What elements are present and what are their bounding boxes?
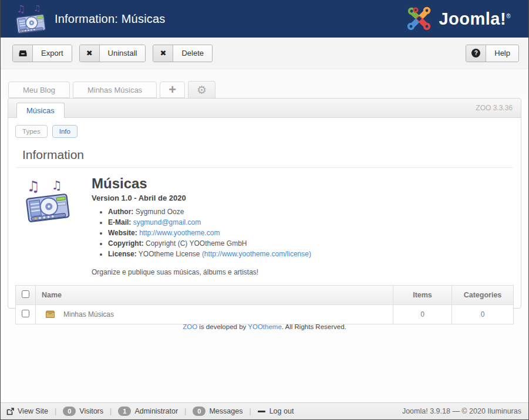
tab-manager[interactable]: ⚙ [188, 81, 215, 98]
meta-copyright: Copyright: Copyright (C) YOOtheme GmbH [108, 239, 311, 249]
types-table: Name Items Categories [15, 285, 514, 324]
types-button[interactable]: Types [15, 125, 48, 138]
tab-meu-blog[interactable]: Meu Blog [8, 82, 70, 98]
filter-buttons: Types Info [15, 125, 514, 138]
extension-icon-wrap [25, 176, 74, 276]
subtab-label: Músicas [26, 106, 55, 115]
visitors-count-badge: 0 [63, 407, 76, 416]
meta-label: Author: [108, 208, 133, 216]
extension-title: Músicas [92, 176, 311, 191]
toolbar: Export ✖ Uninstall ✖ Delete ? Help [1, 38, 528, 69]
visitors-status[interactable]: 0 Visitors [63, 407, 103, 416]
page-header: Information: Músicas Joomla!® [1, 0, 528, 38]
export-button[interactable]: Export [12, 45, 72, 62]
table-header-row: Name Items Categories [16, 285, 514, 304]
visitors-label: Visitors [79, 407, 103, 415]
uninstall-button-label: Uninstall [100, 45, 146, 62]
meta-link[interactable]: http://www.yootheme.com [139, 229, 220, 237]
administrator-label: Administrator [134, 407, 178, 415]
messages-label: Messages [209, 407, 242, 415]
row-name-cell: Minhas Músicas [36, 304, 393, 324]
help-button[interactable]: ? Help [466, 45, 519, 62]
messages-status[interactable]: 0 Messages [193, 407, 242, 416]
folder-icon [45, 310, 55, 319]
section-heading: Information [22, 148, 514, 162]
registered-mark: ® [506, 13, 511, 19]
panel-content: Types Info Information Músicas Version 1… [8, 118, 521, 324]
view-site-link[interactable]: View Site [6, 407, 48, 415]
separator: | [184, 407, 186, 415]
heading-divider [16, 167, 513, 168]
column-categories[interactable]: Categories [452, 285, 514, 304]
select-all-checkbox[interactable] [22, 290, 29, 298]
media-player-icon [25, 178, 72, 223]
meta-value: Sygmund Ooze [136, 208, 184, 216]
separator: | [249, 407, 251, 415]
gear-icon: ⚙ [197, 84, 207, 96]
separator: | [110, 407, 112, 415]
logout-icon [258, 411, 265, 412]
help-icon: ? [466, 45, 486, 62]
administrator-status[interactable]: 1 Administrator [118, 407, 178, 416]
cross-icon: ✖ [80, 45, 100, 62]
meta-link[interactable]: (http://www.yootheme.com/license) [202, 250, 311, 258]
meta-email: E-Mail: sygmund@gmail.com [108, 218, 311, 228]
external-link-icon [6, 408, 14, 415]
zoo-version-label: ZOO 3.3.36 [476, 104, 513, 112]
media-player-icon [16, 3, 46, 35]
uninstall-button[interactable]: ✖ Uninstall [79, 45, 146, 62]
meta-author: Author: Sygmund Ooze [108, 207, 311, 217]
administrator-count-badge: 1 [118, 407, 131, 416]
table-row: Minhas Músicas 0 0 [16, 304, 514, 324]
joomla-logo: Joomla!® [406, 5, 511, 32]
help-button-label: Help [486, 45, 518, 62]
subtab-musicas[interactable]: Músicas [16, 103, 65, 118]
type-name-link[interactable]: Minhas Músicas [63, 310, 114, 319]
joomla-wordmark: Joomla!® [439, 9, 511, 29]
admin-page: Information: Músicas Joomla!® Export [0, 0, 529, 420]
row-categories-cell: 0 [452, 304, 514, 324]
tab-label: Minhas Músicas [87, 86, 142, 94]
joomla-logo-icon [406, 5, 433, 32]
extension-version: Version 1.0 - Abril de 2020 [92, 194, 311, 202]
status-bar: View Site | 0 Visitors | 1 Administrator… [1, 402, 528, 419]
tab-minhas-musicas[interactable]: Minhas Músicas [73, 82, 157, 98]
row-select-cell [16, 304, 36, 324]
meta-label: E-Mail: [108, 218, 131, 226]
tab-add-app[interactable]: + [160, 82, 185, 98]
meta-value: Copyright (C) YOOtheme GmbH [146, 239, 247, 248]
meta-link[interactable]: sygmund@gmail.com [133, 218, 201, 226]
select-all-cell [16, 285, 36, 304]
main-panel: Músicas ZOO 3.3.36 Types Info Informatio… [8, 98, 521, 309]
logout-link[interactable]: Log out [258, 407, 294, 415]
delete-button-label: Delete [173, 45, 212, 62]
column-name[interactable]: Name [36, 285, 393, 304]
page-title: Information: Músicas [55, 12, 166, 26]
extension-description: Organize e publique suas músicas, álbums… [92, 268, 311, 276]
cross-icon: ✖ [153, 45, 173, 62]
extension-details: Músicas Version 1.0 - Abril de 2020 Auth… [92, 176, 311, 276]
meta-label: License: [108, 250, 137, 258]
meta-label: Copyright: [108, 239, 144, 248]
application-tabs: Meu Blog Minhas Músicas + ⚙ [1, 69, 528, 98]
joomla-version-label: Joomla! 3.9.18 — © 2020 Iluminuras [402, 407, 521, 415]
info-button[interactable]: Info [52, 125, 78, 138]
extension-meta-list: Author: Sygmund Ooze E-Mail: sygmund@gma… [108, 207, 311, 259]
row-items-cell: 0 [393, 304, 452, 324]
messages-count-badge: 0 [193, 407, 205, 416]
tab-label: Meu Blog [23, 86, 55, 94]
logout-label: Log out [269, 407, 294, 415]
separator: | [55, 407, 56, 415]
meta-value: YOOtheme License [139, 250, 202, 258]
delete-button[interactable]: ✖ Delete [153, 45, 213, 62]
plus-icon: + [169, 83, 176, 96]
view-site-label: View Site [18, 407, 48, 415]
extension-info: Músicas Version 1.0 - Abril de 2020 Auth… [25, 176, 514, 276]
export-icon [13, 45, 33, 62]
meta-website: Website: http://www.yootheme.com [108, 228, 311, 238]
column-items[interactable]: Items [393, 285, 452, 304]
meta-license: License: YOOtheme License (http://www.yo… [108, 249, 311, 259]
export-button-label: Export [33, 45, 72, 62]
meta-label: Website: [108, 229, 137, 237]
row-checkbox[interactable] [22, 310, 29, 317]
